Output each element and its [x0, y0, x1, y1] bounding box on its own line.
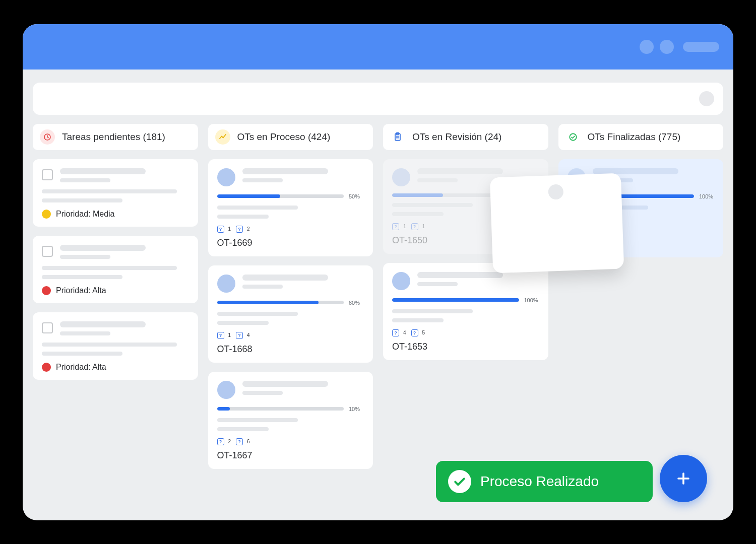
ot-card[interactable]: 10% ?2 ?6 OT-1667	[208, 372, 373, 469]
task-checkbox[interactable]	[42, 246, 53, 257]
check-circle-icon	[565, 129, 581, 145]
placeholder-line	[417, 178, 458, 182]
progress-pct: 100%	[524, 297, 539, 303]
success-toast: Proceso Realizado	[436, 461, 653, 502]
ot-card[interactable]: 100% ?4 ?5 OT-1653	[383, 263, 548, 360]
check-icon	[448, 470, 471, 493]
progress-pct: 100%	[699, 193, 714, 199]
task-card[interactable]: Prioridad: Alta	[33, 312, 198, 380]
badge-row: ?1 ?2	[217, 226, 364, 233]
placeholder-line	[42, 266, 177, 270]
placeholder-line	[42, 352, 122, 356]
placeholder-line	[217, 312, 298, 316]
badge-value: 5	[421, 330, 427, 335]
progress-bar: 100%	[392, 297, 539, 303]
placeholder-line	[417, 272, 503, 278]
priority-dot	[42, 363, 51, 372]
ot-card[interactable]: 50% ?1 ?2 OT-1669	[208, 159, 373, 256]
placeholder-line	[42, 275, 122, 279]
placeholder-line	[392, 309, 473, 313]
search-avatar	[699, 91, 714, 106]
badge-value: 2	[246, 226, 252, 232]
priority-label: Prioridad: Alta	[56, 363, 106, 372]
badge-icon: ?	[236, 438, 243, 445]
window-control-dot	[660, 40, 674, 54]
badge-value: 1	[227, 226, 233, 232]
placeholder-line	[392, 203, 473, 207]
placeholder-line	[417, 282, 458, 286]
window-control-dot	[640, 40, 654, 54]
column-process: OTs en Proceso (424) 50% ?1 ?2 OT-1669	[208, 124, 373, 469]
badge-value: 1	[227, 332, 233, 338]
priority-row: Prioridad: Alta	[42, 286, 189, 295]
badge-icon: ?	[217, 438, 224, 445]
app-frame: Tareas pendientes (181) Prioridad: Med	[23, 24, 733, 520]
search-bar[interactable]	[33, 83, 723, 115]
progress-pct: 10%	[349, 406, 364, 412]
badge-icon: ?	[236, 226, 243, 233]
placeholder-line	[217, 321, 269, 325]
badge-value: 4	[402, 330, 408, 335]
titlebar	[23, 24, 733, 70]
priority-dot	[42, 210, 51, 219]
progress-fill	[392, 298, 519, 302]
task-checkbox[interactable]	[42, 322, 53, 333]
ot-card[interactable]: 80% ?1 ?4 OT-1668	[208, 265, 373, 363]
task-card[interactable]: Prioridad: Media	[33, 159, 198, 227]
column-pending: Tareas pendientes (181) Prioridad: Med	[33, 124, 198, 469]
window-control-pill	[683, 42, 719, 52]
clock-icon	[40, 129, 55, 145]
ot-id: OT-1668	[217, 341, 364, 355]
progress-bar: 80%	[217, 300, 364, 306]
placeholder-line	[42, 189, 177, 193]
placeholder-line	[417, 168, 503, 174]
task-checkbox[interactable]	[42, 169, 53, 180]
column-header-process: OTs en Proceso (424)	[208, 124, 373, 150]
badge-icon: ?	[392, 329, 399, 336]
priority-label: Prioridad: Alta	[56, 286, 106, 295]
progress-fill	[217, 194, 281, 198]
column-title: OTs Finalizadas (775)	[588, 131, 681, 143]
assignee-avatar	[548, 184, 563, 199]
placeholder-line	[60, 321, 146, 327]
progress-pct: 80%	[349, 300, 364, 306]
add-button[interactable]	[660, 455, 707, 502]
placeholder-line	[42, 343, 177, 347]
placeholder-line	[60, 331, 110, 335]
placeholder-line	[242, 275, 328, 281]
kanban-board: Tareas pendientes (181) Prioridad: Med	[23, 124, 733, 469]
progress-fill	[217, 407, 230, 411]
badge-value: 1	[421, 224, 427, 229]
badge-icon: ?	[411, 223, 418, 230]
column-header-review: OTs en Revisión (24)	[383, 124, 548, 150]
badge-row: ?2 ?6	[217, 438, 364, 445]
column-header-pending: Tareas pendientes (181)	[33, 124, 198, 150]
badge-icon: ?	[392, 223, 399, 230]
column-title: OTs en Proceso (424)	[237, 131, 331, 143]
progress-fill	[217, 301, 319, 304]
placeholder-line	[42, 198, 122, 202]
assignee-avatar	[217, 168, 235, 186]
badge-value: 2	[227, 439, 233, 444]
assignee-avatar	[392, 272, 410, 290]
assignee-avatar	[217, 275, 235, 293]
badge-value: 4	[246, 332, 252, 338]
placeholder-line	[242, 391, 283, 395]
dragging-card[interactable]	[490, 173, 624, 273]
placeholder-line	[242, 381, 328, 387]
priority-label: Prioridad: Media	[56, 210, 115, 219]
badge-icon: ?	[217, 226, 224, 233]
column-title: OTs en Revisión (24)	[412, 131, 501, 143]
placeholder-line	[217, 427, 269, 431]
badge-icon: ?	[217, 332, 224, 339]
task-card[interactable]: Prioridad: Alta	[33, 236, 198, 303]
svg-point-3	[570, 133, 576, 140]
placeholder-line	[242, 285, 283, 289]
placeholder-line	[60, 255, 110, 259]
column-header-done: OTs Finalizadas (775)	[558, 124, 724, 150]
placeholder-line	[392, 318, 444, 322]
placeholder-line	[60, 168, 146, 174]
placeholder-line	[60, 178, 110, 182]
toast-label: Proceso Realizado	[480, 473, 599, 490]
column-review: OTs en Revisión (24) ?1 ?1 OT-1650	[383, 124, 548, 469]
